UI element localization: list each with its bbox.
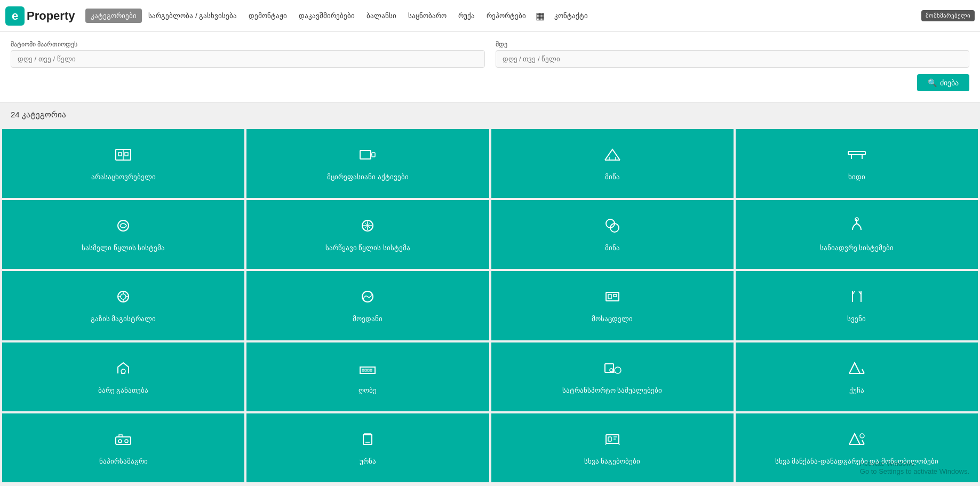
category-label: გაზის მაგისტრალი <box>91 314 156 324</box>
svg-point-34 <box>610 369 613 372</box>
filter-to-input[interactable] <box>496 50 970 68</box>
category-card[interactable]: მინა <box>491 200 734 269</box>
category-label: ნაპირსამაგრი <box>99 457 148 466</box>
category-card[interactable]: ბარე განათება <box>2 342 244 411</box>
nav-item-reports[interactable]: რეპორტები <box>481 9 531 23</box>
nav-item-categories[interactable]: კატეგორიები <box>85 9 142 23</box>
user-label[interactable]: მომხმარებელი <box>921 10 975 21</box>
category-card[interactable]: სატრანსპორტო საშუალებები <box>491 342 734 411</box>
nav-item-map[interactable]: რუქა <box>453 9 480 23</box>
category-card[interactable]: სხვა ნაგებობები <box>491 413 734 482</box>
category-card[interactable]: სხვა მანქანა-დანადგარები და მოწყობილობებ… <box>736 413 978 482</box>
category-card[interactable]: ქუჩა <box>736 342 978 411</box>
category-card[interactable]: მიწა <box>491 129 734 198</box>
category-label: სხვა მანქანა-დანადგარები და მოწყობილობებ… <box>775 457 938 466</box>
svg-rect-23 <box>614 294 617 297</box>
category-icon <box>358 358 377 380</box>
category-icon <box>358 287 377 309</box>
logo-text: Property <box>27 9 75 23</box>
category-icon <box>847 358 866 380</box>
svg-point-19 <box>121 294 126 299</box>
filter-row: მატიომი მაართიოდეს მდე <box>11 41 969 68</box>
svg-rect-28 <box>365 369 366 371</box>
filter-area: მატიომი მაართიოდეს მდე 🔍 ძიება <box>0 32 980 102</box>
category-label: სანიადვრე სისტემები <box>820 243 894 253</box>
svg-rect-2 <box>125 153 128 156</box>
svg-point-39 <box>118 440 122 443</box>
category-card[interactable]: არასაცხოვრებელი <box>2 129 244 198</box>
category-card[interactable]: მოედანი <box>246 271 489 340</box>
category-icon <box>603 216 622 238</box>
category-icon <box>114 216 133 238</box>
filter-from-input[interactable] <box>11 50 485 68</box>
category-icon <box>847 429 866 451</box>
category-icon <box>114 145 133 167</box>
svg-rect-44 <box>608 437 611 441</box>
category-card[interactable]: სარწყავი წყლის სისტემა <box>246 200 489 269</box>
category-label: მინა <box>605 243 620 253</box>
svg-rect-5 <box>372 153 375 157</box>
category-icon <box>114 429 133 451</box>
nav-item-contacts[interactable]: კონტაქტი <box>549 9 593 23</box>
filter-actions: 🔍 ძიება <box>11 74 969 91</box>
svg-point-24 <box>121 369 125 373</box>
category-card[interactable]: მოსაცდელი <box>491 271 734 340</box>
category-icon <box>114 287 133 309</box>
category-card[interactable]: გაზის მაგისტრალი <box>2 271 244 340</box>
category-label: სატრანსპორტო საშუალებები <box>562 386 663 395</box>
category-label: ხიდი <box>848 172 865 182</box>
category-card[interactable]: მცირეფასიანი აქტივები <box>246 129 489 198</box>
logo[interactable]: e Property <box>5 6 75 26</box>
category-label: ღობე <box>358 386 377 395</box>
category-icon <box>603 287 622 309</box>
category-card[interactable]: სასმელი წყლის სისტემა <box>2 200 244 269</box>
svg-rect-22 <box>608 294 611 299</box>
nav-item-demolition[interactable]: დემონტაჟი <box>243 9 292 23</box>
category-label: სხვა ნაგებობები <box>584 457 641 466</box>
category-card[interactable]: ღობე <box>246 342 489 411</box>
category-card[interactable]: სვენი <box>736 271 978 340</box>
svg-point-47 <box>860 434 864 438</box>
nav-items: კატეგორიები სარგებლობა / გასხვისება დემო… <box>85 8 921 24</box>
category-icon <box>847 216 866 238</box>
category-icon <box>358 145 377 167</box>
svg-rect-29 <box>368 369 369 371</box>
search-icon: 🔍 <box>928 78 937 87</box>
nav-item-balance[interactable]: ბალანსი <box>361 9 402 23</box>
barcode-icon[interactable]: ▦ <box>532 8 548 24</box>
navbar: e Property კატეგორიები სარგებლობა / გასხ… <box>0 0 980 32</box>
category-icon <box>358 216 377 238</box>
category-icon <box>847 287 866 309</box>
category-label: სარწყავი წყლის სისტემა <box>325 243 410 253</box>
category-label: სასმელი წყლის სისტემა <box>82 243 165 253</box>
search-label: ძიება <box>940 78 959 87</box>
category-icon <box>847 145 866 167</box>
category-label: ურნა <box>360 457 376 466</box>
category-card[interactable]: ხიდი <box>736 129 978 198</box>
svg-rect-27 <box>362 369 364 371</box>
category-label: მიწა <box>605 172 620 182</box>
category-label: ბარე განათება <box>98 386 149 395</box>
logo-e: e <box>5 6 25 26</box>
category-label: მოედანი <box>353 314 383 324</box>
category-card[interactable]: სანიადვრე სისტემები <box>736 200 978 269</box>
category-label: მცირეფასიანი აქტივები <box>327 172 409 182</box>
category-card[interactable]: ურნა <box>246 413 489 482</box>
filter-to: მდე <box>496 41 970 68</box>
nav-item-reference[interactable]: საცნობარო <box>403 9 452 23</box>
nav-item-connections[interactable]: დაკავშმირებები <box>293 9 360 23</box>
category-icon <box>603 429 622 451</box>
filter-from: მატიომი მაართიოდეს <box>11 41 485 68</box>
category-label: არასაცხოვრებელი <box>91 172 156 182</box>
svg-line-46 <box>862 440 864 444</box>
search-button[interactable]: 🔍 ძიება <box>917 74 969 91</box>
category-grid: არასაცხოვრებელიმცირეფასიანი აქტივებიმიწა… <box>0 127 980 484</box>
filter-from-label: მატიომი მაართიოდეს <box>11 41 485 48</box>
svg-rect-1 <box>118 153 122 156</box>
category-card[interactable]: ნაპირსამაგრი <box>2 413 244 482</box>
category-count: 24 კატეგორია <box>0 102 980 127</box>
category-label: სვენი <box>847 314 866 324</box>
svg-point-33 <box>615 367 621 373</box>
nav-item-usage[interactable]: სარგებლობა / გასხვისება <box>143 9 242 23</box>
category-label: მოსაცდელი <box>592 314 633 324</box>
